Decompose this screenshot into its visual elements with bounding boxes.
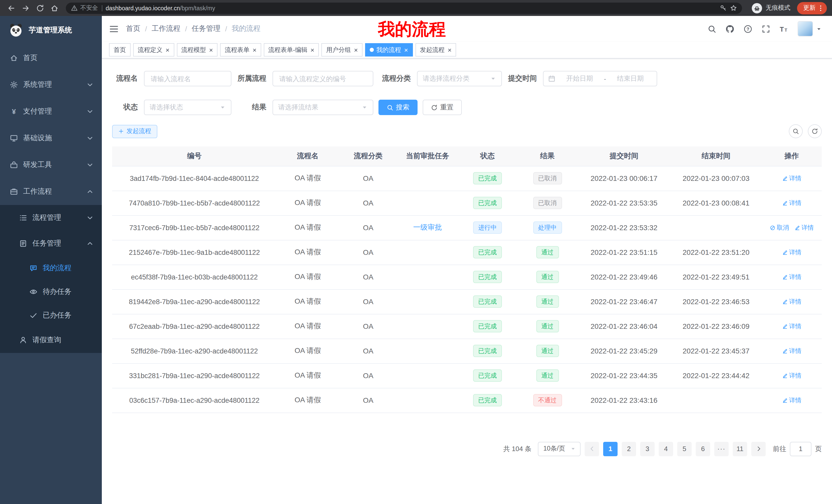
detail-action-link[interactable]: 详情 [782, 297, 801, 306]
cell-submit-time: 2022-01-23 00:06:17 [577, 166, 671, 191]
next-page-button[interactable] [751, 442, 766, 456]
detail-action-link[interactable]: 详情 [782, 371, 801, 380]
edit-icon [782, 397, 787, 403]
close-tab-icon[interactable]: × [209, 47, 213, 53]
tab-home[interactable]: 首页 [109, 43, 131, 57]
sidebar-item-infrastructure[interactable]: 基础设施 [0, 125, 102, 151]
breadcrumb-item-0[interactable]: 首页 [126, 24, 140, 33]
sidebar-item-leave-query[interactable]: 请假查询 [0, 327, 102, 353]
tab-process-form-edit[interactable]: 流程表单-编辑× [264, 43, 319, 57]
page-button-2[interactable]: 2 [622, 442, 636, 456]
cancel-action-link[interactable]: 取消 [770, 223, 789, 232]
app-logo[interactable]: 芋道管理系统 [0, 16, 102, 45]
detail-action-link[interactable]: 详情 [782, 396, 801, 404]
detail-action-link[interactable]: 详情 [782, 199, 801, 207]
close-tab-icon[interactable]: × [311, 47, 314, 53]
page-button-5[interactable]: 5 [677, 442, 692, 456]
toggle-search-button[interactable] [789, 124, 803, 138]
page-button-11[interactable]: 11 [733, 442, 747, 456]
create-process-button[interactable]: 发起流程 [112, 124, 157, 138]
breadcrumb-item-1[interactable]: 工作流程 [152, 24, 181, 33]
page-button-3[interactable]: 3 [640, 442, 655, 456]
update-button[interactable]: 更新 [797, 2, 827, 14]
detail-action-link[interactable]: 详情 [794, 223, 814, 232]
column-header-7: 结束时间 [671, 146, 761, 166]
question-icon[interactable]: ? [744, 24, 752, 33]
detail-action-link[interactable]: 详情 [782, 346, 801, 355]
browser-back-icon[interactable] [5, 2, 17, 14]
browser-reload-icon[interactable] [34, 2, 46, 14]
reset-button[interactable]: 重置 [423, 100, 462, 115]
cell-id: 52ffd28e-7b9a-11ec-a290-acde48001122 [112, 339, 277, 363]
jump-page-input[interactable] [790, 442, 811, 456]
process-definition-input[interactable] [272, 71, 373, 86]
sidebar-item-todo-tasks[interactable]: 待办任务 [0, 280, 102, 304]
tab-process-definition[interactable]: 流程定义× [133, 43, 174, 57]
column-header-2: 流程分类 [339, 146, 397, 166]
close-tab-icon[interactable]: × [165, 47, 170, 53]
close-tab-icon[interactable]: × [354, 47, 358, 53]
status-select[interactable]: 请选择状态 [144, 100, 231, 115]
status-badge: 已完成 [473, 320, 502, 333]
cell-end-time: 2022-01-22 23:44:42 [671, 363, 761, 388]
browser-home-icon[interactable] [48, 2, 60, 14]
close-tab-icon[interactable]: × [448, 47, 451, 53]
bookmark-star-icon[interactable] [730, 5, 737, 11]
sidebar-item-system-management[interactable]: 系统管理 [0, 72, 102, 98]
submit-time-range[interactable]: 开始日期-结束日期 [543, 71, 657, 86]
page-button-6[interactable]: 6 [696, 442, 710, 456]
table-row-2: 7317cec6-7b9b-11ec-b5b7-acde48001122OA 请… [112, 215, 822, 240]
page-button-1[interactable]: 1 [603, 442, 618, 456]
sidebar-item-done-tasks[interactable]: 已办任务 [0, 304, 102, 327]
sidebar-item-workflow[interactable]: 工作流程 [0, 178, 102, 205]
detail-action-link[interactable]: 详情 [782, 273, 801, 281]
cell-result: 通过 [517, 339, 577, 363]
address-bar[interactable]: 不安全 dashboard.yudao.iocoder.cn/bpm/task/… [66, 2, 742, 13]
sidebar-item-task-management[interactable]: 任务管理 [0, 231, 102, 256]
page-content: 流程名所属流程流程分类请选择流程分类提交时间开始日期-结束日期状态请选择状态结果… [102, 59, 832, 504]
page-size-select[interactable]: 10条/页 [538, 442, 580, 456]
prev-page-button[interactable] [585, 442, 599, 456]
current-task-link[interactable]: 一级审批 [413, 223, 442, 231]
pagination-ellipsis[interactable]: ··· [714, 442, 729, 456]
svg-text:T: T [780, 25, 784, 33]
process-name-input[interactable] [144, 71, 231, 86]
process-category-select[interactable]: 请选择流程分类 [417, 71, 502, 86]
refresh-table-button[interactable] [808, 124, 822, 138]
tab-process-model[interactable]: 流程模型× [177, 43, 217, 57]
breadcrumb-item-2[interactable]: 任务管理 [192, 24, 220, 33]
detail-action-link[interactable]: 详情 [782, 248, 801, 257]
sidebar-item-home[interactable]: 首页 [0, 45, 102, 72]
caret-down-icon [219, 104, 226, 110]
tab-my-process[interactable]: 我的流程× [365, 43, 413, 57]
tab-process-form[interactable]: 流程表单× [220, 43, 261, 57]
svg-text:T: T [785, 27, 787, 32]
search-button[interactable]: 搜索 [379, 100, 418, 115]
page-button-4[interactable]: 4 [659, 442, 673, 456]
detail-action-link[interactable]: 详情 [782, 322, 801, 331]
sidebar-item-payment-management[interactable]: ¥支付管理 [0, 98, 102, 125]
fullscreen-icon[interactable] [761, 24, 770, 33]
user-menu[interactable] [798, 21, 822, 36]
search-icon[interactable] [707, 24, 716, 33]
close-tab-icon[interactable]: × [404, 47, 408, 53]
hamburger-icon[interactable] [109, 24, 119, 34]
font-size-icon[interactable]: TT [780, 24, 788, 33]
sidebar-item-my-process[interactable]: 我的流程 [0, 256, 102, 280]
key-icon[interactable] [720, 5, 727, 11]
cell-end-time: 2022-01-22 23:49:51 [671, 264, 761, 289]
cell-actions: 详情 [761, 363, 822, 388]
tab-user-group[interactable]: 用户分组× [322, 43, 363, 57]
sidebar-item-dev-tools[interactable]: 研发工具 [0, 151, 102, 178]
security-chip[interactable]: 不安全 [71, 4, 98, 12]
status-badge: 已完成 [473, 197, 502, 209]
github-icon[interactable] [726, 24, 734, 33]
detail-action-link[interactable]: 详情 [782, 174, 801, 183]
browser-forward-icon[interactable] [20, 2, 31, 14]
sidebar-menu: 首页系统管理¥支付管理基础设施研发工具工作流程流程管理任务管理我的流程待办任务已… [0, 45, 102, 353]
cell-id: 7317cec6-7b9b-11ec-b5b7-acde48001122 [112, 215, 277, 240]
sidebar-item-process-management[interactable]: 流程管理 [0, 205, 102, 231]
result-select[interactable]: 请选择流结果 [272, 100, 373, 115]
tab-initiate-process[interactable]: 发起流程× [415, 43, 456, 57]
close-tab-icon[interactable]: × [253, 47, 256, 53]
